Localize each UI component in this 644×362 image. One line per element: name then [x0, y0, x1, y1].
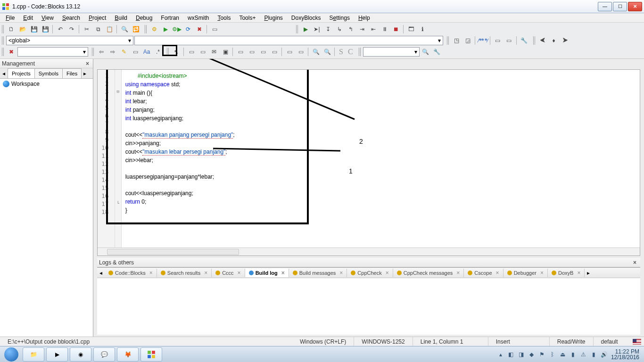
tray-app2-icon[interactable]: ◨: [518, 351, 525, 358]
tray-action-center-icon[interactable]: ⚑: [538, 351, 546, 358]
start-button[interactable]: [2, 346, 21, 362]
build-and-run-icon[interactable]: ⚙▶: [172, 24, 182, 34]
highlight-icon[interactable]: ✎: [119, 47, 129, 57]
task-chrome[interactable]: ◉: [70, 347, 91, 362]
nav-fwd-icon[interactable]: ⇨: [107, 47, 118, 57]
new-file-icon[interactable]: 🗋: [6, 24, 17, 34]
task-media[interactable]: ▶: [46, 347, 68, 362]
info-icon[interactable]: ℹ: [417, 24, 428, 34]
log-tab-search-results[interactable]: Search results ×: [157, 269, 212, 277]
task-explorer[interactable]: 📁: [23, 347, 44, 362]
clear-icon[interactable]: ✖: [6, 47, 17, 57]
tray-wifi-icon[interactable]: ⚠: [580, 351, 587, 358]
log-tab-build-messages[interactable]: Build messages ×: [289, 269, 347, 277]
box9-icon[interactable]: ▭: [284, 47, 295, 57]
menu-project[interactable]: Project: [85, 14, 110, 22]
menu-settings[interactable]: Settings: [326, 14, 354, 22]
task-firefox[interactable]: 🦊: [117, 347, 139, 362]
tray-battery-icon[interactable]: ▮: [590, 351, 598, 358]
scope-dropdown-2[interactable]: ▾: [134, 36, 443, 45]
tray-network-icon[interactable]: ▮: [570, 351, 577, 358]
menu-tools[interactable]: Tools: [214, 14, 234, 22]
task-line[interactable]: 💬: [93, 347, 115, 362]
run-to-cursor-icon[interactable]: ➤|: [312, 24, 322, 34]
code-content[interactable]: #include<iostream> using namespace std; …: [122, 70, 239, 247]
abort-icon[interactable]: ✖: [194, 24, 205, 34]
undo-icon[interactable]: ↶: [55, 24, 66, 34]
source-s-icon[interactable]: S: [337, 48, 345, 56]
box3-icon[interactable]: ✉: [209, 47, 219, 57]
tray-bluetooth-icon[interactable]: ᛒ: [549, 351, 556, 358]
scope-dropdown-1[interactable]: <global>▾: [6, 36, 133, 45]
task-codeblocks[interactable]: [140, 347, 162, 362]
step-out-icon[interactable]: ↰: [346, 24, 356, 34]
log-tab-cccc[interactable]: Cccc ×: [212, 269, 245, 277]
tray-clock[interactable]: 11:22 PM 12/18/2016: [611, 349, 642, 360]
doxy-settings-icon[interactable]: 🔧: [519, 35, 529, 46]
open-file-icon[interactable]: 📂: [17, 24, 28, 34]
minimize-button[interactable]: —: [598, 2, 612, 11]
box1-icon[interactable]: ▭: [186, 47, 197, 57]
box7-icon[interactable]: ▭: [258, 47, 268, 57]
zoom-out-icon[interactable]: 🔍: [322, 47, 332, 57]
logs-body[interactable]: [97, 278, 640, 335]
tab-symbols[interactable]: Symbols: [34, 68, 63, 78]
menu-file[interactable]: File: [2, 14, 18, 22]
build-icon[interactable]: ⚙: [149, 24, 159, 34]
next-instr-icon[interactable]: ⇥: [357, 24, 367, 34]
tray-app1-icon[interactable]: ◧: [507, 351, 515, 358]
break-debug-icon[interactable]: ⏸: [380, 24, 390, 34]
menu-edit[interactable]: Edit: [19, 14, 37, 22]
horizontal-scrollbar[interactable]: [98, 247, 640, 255]
tab-files[interactable]: Files: [62, 68, 82, 78]
menu-build[interactable]: Build: [111, 14, 131, 22]
select-icon[interactable]: ▭: [130, 47, 140, 57]
doxy-html-icon[interactable]: ▭: [504, 35, 514, 46]
box8-icon[interactable]: ▭: [269, 47, 280, 57]
paste-icon[interactable]: 📋: [104, 24, 115, 34]
source-c-icon[interactable]: C: [346, 48, 355, 56]
next-line-icon[interactable]: ↧: [323, 24, 333, 34]
workspace-node[interactable]: Workspace: [3, 81, 90, 87]
logs-close-icon[interactable]: ×: [631, 259, 638, 266]
rebuild-icon[interactable]: ⟳: [183, 24, 193, 34]
log-tab-cppcheck[interactable]: CppCheck ×: [347, 269, 393, 277]
box4-icon[interactable]: ▣: [220, 47, 231, 57]
copy-icon[interactable]: ⧉: [93, 24, 103, 34]
doxy-block-comment-icon[interactable]: /** */: [478, 37, 488, 44]
tray-eject-icon[interactable]: ⏏: [559, 351, 567, 358]
log-tab-cscope[interactable]: Cscope ×: [464, 269, 503, 277]
maximize-button[interactable]: ☐: [613, 2, 627, 11]
menu-doxyblocks[interactable]: DoxyBlocks: [288, 14, 325, 22]
tray-volume-icon[interactable]: 🔊: [601, 351, 608, 358]
box5-icon[interactable]: ▭: [235, 47, 246, 57]
tray-chevron-icon[interactable]: ▴: [497, 351, 504, 358]
save-all-icon[interactable]: 💾: [40, 24, 50, 34]
menu-tools[interactable]: Tools+: [235, 14, 259, 22]
menu-wxsmith[interactable]: wxSmith: [184, 14, 213, 22]
log-tab-doxyb[interactable]: DoxyB ×: [548, 269, 585, 277]
debug-windows-icon[interactable]: 🗔: [406, 24, 416, 34]
cut-icon[interactable]: ✂: [82, 24, 92, 34]
log-tab-build-log[interactable]: Build log ×: [245, 269, 289, 277]
redo-icon[interactable]: ↷: [66, 24, 77, 34]
menu-help[interactable]: Help: [355, 14, 374, 22]
replace-icon[interactable]: 🔁: [131, 24, 141, 34]
mgmt-tab-scroll-right[interactable]: ▸: [81, 68, 89, 78]
menu-plugins[interactable]: Plugins: [260, 14, 286, 22]
language-flag-icon[interactable]: [633, 339, 641, 345]
pointer-icon[interactable]: ↖: [171, 47, 182, 57]
step-instr-icon[interactable]: ⇤: [368, 24, 379, 34]
regex-icon[interactable]: .*: [153, 47, 163, 57]
stop-debug-icon[interactable]: ⏹: [391, 24, 401, 34]
jump-mark-icon[interactable]: ♦: [549, 35, 559, 46]
target-select-icon[interactable]: ▭: [209, 24, 220, 34]
box6-icon[interactable]: ▭: [247, 47, 257, 57]
menu-view[interactable]: View: [38, 14, 58, 22]
jump-fwd-icon[interactable]: ⮞: [560, 35, 570, 46]
log-tab-cppcheck-messages[interactable]: CppCheck messages ×: [393, 269, 464, 277]
logs-scroll-left[interactable]: ◂: [97, 270, 105, 276]
zoom-in-icon[interactable]: 🔍: [311, 47, 321, 57]
log-tab-code-blocks[interactable]: Code::Blocks ×: [105, 269, 157, 277]
close-button[interactable]: ✕: [628, 2, 642, 11]
